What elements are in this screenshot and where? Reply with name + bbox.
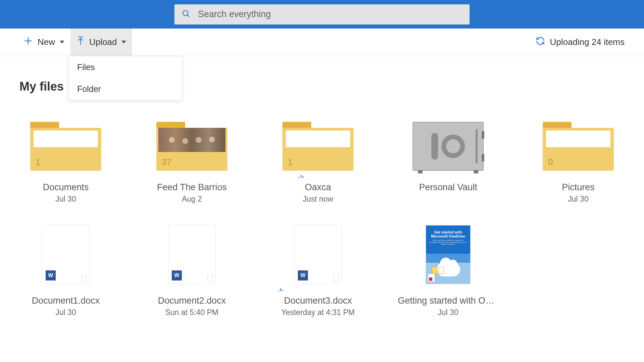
new-button[interactable]: New bbox=[17, 29, 70, 56]
vault-icon bbox=[413, 122, 484, 171]
file-tile[interactable]: Personal Vault bbox=[398, 120, 498, 204]
item-date: Sun at 5:40 PM bbox=[165, 308, 219, 317]
upload-button[interactable]: Upload bbox=[70, 29, 132, 56]
pdf-thumbnail: Get started with Microsoft OneDrive Save… bbox=[426, 225, 471, 284]
new-button-label: New bbox=[38, 37, 55, 47]
item-name: Feed The Barrios bbox=[157, 182, 227, 193]
folder-inner bbox=[546, 131, 610, 147]
item-name: Oaxca bbox=[305, 182, 331, 193]
item-name: Getting started with On… bbox=[398, 296, 498, 306]
svg-line-10 bbox=[281, 290, 283, 291]
folder-icon: 1 bbox=[30, 122, 101, 171]
svg-line-7 bbox=[303, 177, 304, 178]
item-name: Document3.docx bbox=[284, 296, 352, 306]
document-thumbnail: W bbox=[168, 224, 216, 284]
document-thumbnail: W bbox=[294, 224, 342, 284]
word-icon: W bbox=[46, 270, 56, 280]
upload-status-label: Uploading 24 items bbox=[550, 37, 625, 47]
item-date: Yesterday at 4:31 PM bbox=[281, 308, 355, 317]
folder-count: 37 bbox=[162, 157, 171, 167]
toolbar: New Upload Uploading 24 items Files Fold… bbox=[0, 29, 644, 56]
upload-icon bbox=[76, 36, 85, 48]
folder-count: 1 bbox=[36, 157, 40, 167]
item-name: Pictures bbox=[562, 182, 595, 193]
upload-button-label: Upload bbox=[89, 37, 117, 47]
folder-count: 1 bbox=[288, 157, 292, 167]
file-tile[interactable]: Get started with Microsoft OneDrive Save… bbox=[398, 234, 498, 317]
folder-icon: 1 bbox=[282, 122, 354, 171]
item-name: Document1.docx bbox=[32, 296, 100, 306]
folder-icon: 37 bbox=[156, 122, 227, 171]
search-icon bbox=[182, 9, 191, 19]
search-input[interactable] bbox=[198, 9, 462, 19]
word-icon: W bbox=[172, 270, 182, 280]
folder-icon: 0 bbox=[543, 122, 614, 171]
file-tile[interactable]: W Document2.docx Sun at 5:40 PM bbox=[146, 234, 238, 317]
upload-files-item[interactable]: Files bbox=[69, 56, 182, 78]
header-bar bbox=[0, 0, 644, 29]
chevron-down-icon bbox=[60, 41, 64, 44]
item-date: Aug 2 bbox=[182, 195, 202, 204]
upload-dropdown: Files Folder bbox=[69, 56, 182, 100]
upload-folder-item[interactable]: Folder bbox=[69, 78, 182, 100]
folder-preview-image bbox=[158, 128, 225, 152]
syncing-icon bbox=[277, 288, 284, 297]
folder-inner bbox=[286, 131, 350, 147]
pdf-icon bbox=[428, 274, 435, 282]
svg-line-11 bbox=[277, 291, 279, 291]
folder-count: 0 bbox=[548, 157, 553, 167]
search-box[interactable] bbox=[174, 4, 470, 24]
file-tile[interactable]: 1 Oaxca Just now bbox=[272, 120, 364, 204]
syncing-icon bbox=[298, 175, 305, 184]
item-name: Personal Vault bbox=[419, 182, 477, 193]
upload-status: Uploading 24 items bbox=[536, 36, 625, 48]
file-tile[interactable]: W Document1.docx Jul 30 bbox=[19, 234, 112, 317]
svg-line-8 bbox=[299, 177, 300, 178]
sync-icon bbox=[536, 36, 545, 48]
item-date: Just now bbox=[303, 195, 333, 204]
item-date: Jul 30 bbox=[568, 195, 588, 204]
item-name: Documents bbox=[43, 182, 89, 193]
item-date: Jul 30 bbox=[55, 195, 76, 204]
document-thumbnail: W bbox=[42, 224, 90, 284]
svg-point-0 bbox=[183, 10, 188, 15]
file-tile[interactable]: 1 Documents Jul 30 bbox=[19, 120, 112, 204]
folder-inner bbox=[34, 131, 98, 147]
file-tile[interactable]: W Document3.docx Yesterday at 4:31 PM bbox=[272, 234, 364, 317]
chevron-down-icon bbox=[121, 41, 126, 44]
svg-line-1 bbox=[187, 15, 190, 17]
word-icon: W bbox=[298, 270, 308, 280]
file-grid: 1 Documents Jul 30 37 Feed The Barrios A… bbox=[19, 120, 625, 317]
item-date: Jul 30 bbox=[55, 308, 76, 317]
plus-icon bbox=[23, 36, 33, 48]
item-name: Document2.docx bbox=[158, 296, 226, 306]
file-tile[interactable]: 37 Feed The Barrios Aug 2 bbox=[146, 120, 238, 204]
item-date: Jul 30 bbox=[438, 308, 458, 317]
file-tile[interactable]: 0 Pictures Jul 30 bbox=[532, 120, 625, 204]
